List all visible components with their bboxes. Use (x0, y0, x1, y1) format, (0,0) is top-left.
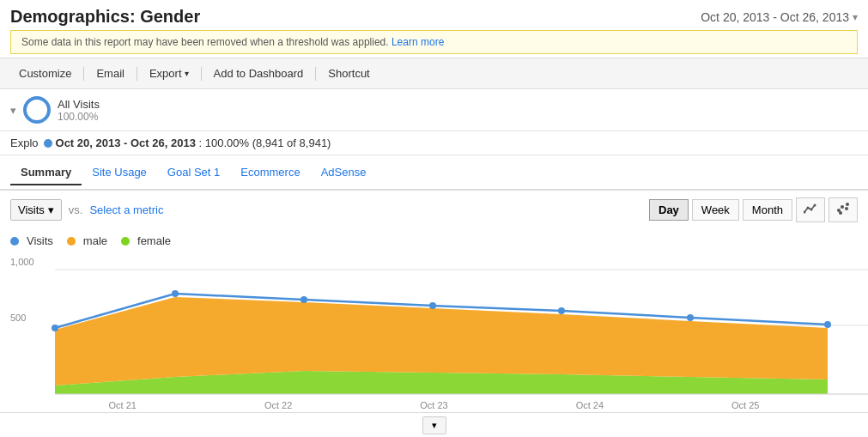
segment-dropdown[interactable]: ▾ All Visits 100.00% (10, 96, 100, 124)
tab-goal-set-1[interactable]: Goal Set 1 (157, 161, 230, 185)
date-range-display[interactable]: Oct 20, 2013 - Oct 26, 2013 ▾ (701, 10, 858, 24)
metric-chevron-icon: ▾ (48, 203, 54, 216)
customize-button[interactable]: Customize (10, 64, 80, 83)
metric-label: Visits (18, 203, 45, 216)
legend-male: male (67, 234, 107, 247)
date-range-text: Oct 20, 2013 - Oct 26, 2013 (701, 10, 849, 24)
toolbar-divider-1 (83, 67, 84, 81)
legend-visits: Visits (10, 234, 53, 247)
date-range-chevron-icon: ▾ (853, 11, 858, 23)
metric-dropdown[interactable]: Visits ▾ (10, 199, 62, 221)
female-dot-icon (121, 237, 130, 246)
x-label-oct23: Oct 23 (420, 400, 447, 410)
x-label-oct21: Oct 21 (108, 400, 136, 410)
expand-chevron-icon: ▾ (432, 420, 437, 430)
x-label-oct25: Oct 25 (731, 400, 759, 410)
line-chart-button[interactable] (796, 197, 825, 222)
x-axis-labels: Oct 21 Oct 22 Oct 23 Oct 24 Oct 25 (0, 398, 868, 412)
month-button[interactable]: Month (743, 199, 792, 221)
select-metric-link[interactable]: Select a metric (89, 203, 163, 216)
x-label-oct24: Oct 24 (576, 400, 604, 410)
svg-point-18 (687, 314, 694, 321)
tab-row: Summary Site Usage Goal Set 1 Ecommerce … (0, 155, 868, 191)
toolbar-divider-2 (137, 67, 137, 81)
explorer-dot-icon (44, 139, 52, 148)
line-chart-icon (804, 202, 817, 215)
svg-point-13 (52, 325, 58, 331)
svg-point-6 (845, 207, 848, 210)
alert-bar: Some data in this report may have been r… (10, 30, 858, 54)
svg-point-3 (814, 204, 816, 207)
svg-point-16 (429, 302, 436, 309)
legend-male-label: male (83, 234, 107, 247)
expand-button[interactable]: ▾ (422, 416, 446, 434)
tab-ecommerce[interactable]: Ecommerce (230, 161, 310, 185)
svg-point-8 (846, 203, 849, 206)
week-button[interactable]: Week (692, 199, 739, 221)
explorer-row: Explo Oct 20, 2013 - Oct 26, 2013 : 100.… (0, 131, 868, 155)
vs-label: vs. (69, 203, 83, 216)
chart-area: 1,000 500 (10, 252, 858, 398)
day-button[interactable]: Day (649, 199, 689, 221)
add-to-dashboard-button[interactable]: Add to Dashboard (205, 64, 313, 83)
legend-female: female (121, 234, 171, 247)
svg-point-15 (300, 296, 307, 303)
svg-point-1 (807, 207, 810, 209)
bottom-bar: ▾ (0, 412, 868, 437)
tab-adsense[interactable]: AdSense (311, 161, 377, 185)
segment-row: ▾ All Visits 100.00% (0, 89, 868, 131)
tab-site-usage[interactable]: Site Usage (82, 161, 157, 185)
segment-icon (23, 96, 51, 124)
svg-point-19 (824, 321, 831, 328)
alert-text: Some data in this report may have been r… (21, 36, 389, 48)
toolbar-divider-3 (201, 67, 202, 81)
chart-controls: Visits ▾ vs. Select a metric Day Week Mo… (0, 191, 868, 229)
legend-visits-label: Visits (27, 234, 53, 247)
shortcut-button[interactable]: Shortcut (319, 64, 378, 83)
page-header: Demographics: Gender Oct 20, 2013 - Oct … (0, 0, 868, 30)
chart-svg (21, 252, 868, 398)
y-label-500: 500 (10, 313, 26, 323)
legend-female-label: female (137, 234, 171, 247)
svg-marker-12 (55, 297, 828, 385)
legend-row: Visits male female (0, 229, 868, 252)
toolbar: Customize Email Export ▾ Add to Dashboar… (0, 58, 868, 89)
segment-chevron-icon: ▾ (10, 104, 16, 117)
scatter-chart-icon (836, 202, 850, 215)
visits-dot-icon (10, 237, 19, 246)
right-controls: Day Week Month (649, 197, 858, 222)
svg-point-17 (558, 307, 565, 314)
export-button[interactable]: Export ▾ (141, 64, 197, 83)
tab-summary[interactable]: Summary (10, 161, 82, 185)
svg-point-5 (841, 205, 844, 209)
page-title: Demographics: Gender (10, 7, 200, 27)
x-label-oct22: Oct 22 (264, 400, 292, 410)
scatter-chart-button[interactable] (829, 197, 858, 222)
explorer-label: Explo (10, 137, 39, 149)
segment-percentage: 100.00% (58, 111, 100, 123)
segment-name: All Visits (58, 98, 100, 111)
export-chevron-icon: ▾ (185, 69, 189, 78)
segment-info: All Visits 100.00% (58, 98, 100, 123)
svg-point-2 (810, 209, 813, 211)
svg-point-7 (839, 211, 842, 215)
toolbar-divider-4 (315, 67, 316, 81)
left-controls: Visits ▾ vs. Select a metric (10, 199, 163, 221)
svg-point-14 (172, 290, 179, 297)
learn-more-link[interactable]: Learn more (392, 36, 444, 48)
male-dot-icon (67, 237, 76, 246)
email-button[interactable]: Email (88, 64, 133, 83)
y-label-1000: 1,000 (10, 257, 34, 267)
explorer-date-range: Oct 20, 2013 - Oct 26, 2013 : 100.00% (8… (56, 137, 331, 149)
